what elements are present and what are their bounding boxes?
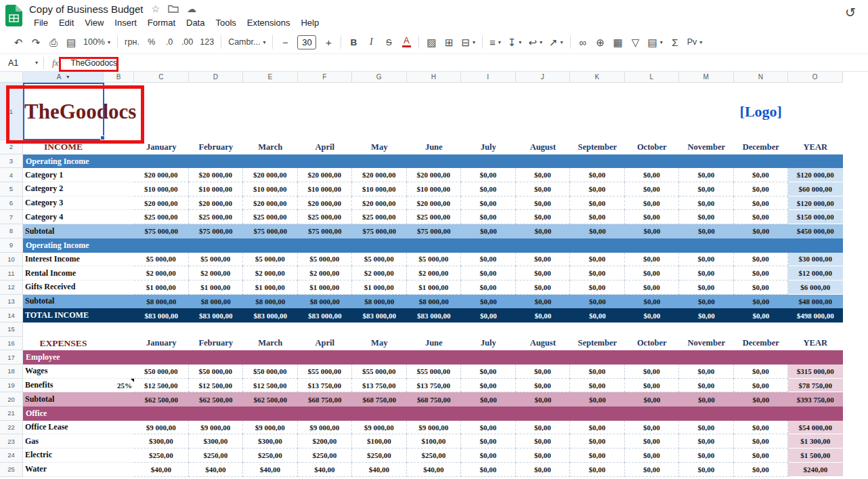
row-header-11[interactable]: 11 [0, 266, 23, 280]
cell[interactable]: $20 000,00 [352, 196, 407, 211]
cell[interactable]: $55 000,00 [298, 365, 353, 379]
italic-button[interactable]: I [363, 33, 379, 51]
cell[interactable]: $0,00 [734, 224, 789, 238]
cell[interactable]: $0,00 [570, 196, 625, 211]
cell[interactable]: $75 000,00 [407, 224, 462, 238]
cell[interactable]: $0,00 [570, 168, 625, 182]
column-header-n[interactable]: N [734, 72, 789, 83]
cell[interactable] [352, 322, 407, 337]
cell[interactable]: $0,00 [734, 253, 789, 267]
column-header-m[interactable]: M [679, 72, 734, 83]
month-header[interactable]: April [298, 140, 353, 154]
cell[interactable] [734, 322, 789, 337]
cell[interactable]: $0,00 [734, 308, 789, 322]
cell[interactable]: $62 500,00 [243, 392, 298, 407]
cell[interactable]: $9 000,00 [407, 421, 462, 435]
cell[interactable]: $20 000,00 [407, 168, 462, 182]
cell[interactable] [104, 392, 134, 407]
cell[interactable]: $0,00 [461, 421, 516, 435]
add-comment-icon[interactable]: ⊕ [592, 33, 609, 51]
cell[interactable]: $0,00 [679, 392, 734, 407]
cell[interactable]: $0,00 [625, 196, 680, 211]
row-header-14[interactable]: 14 [0, 308, 23, 322]
cell[interactable] [104, 196, 134, 211]
row-header-24[interactable]: 24 [0, 449, 23, 463]
cell[interactable]: $0,00 [625, 365, 680, 379]
cell[interactable]: $75 000,00 [243, 224, 298, 238]
cell[interactable]: $68 750,00 [298, 392, 353, 407]
cell[interactable]: $0,00 [461, 224, 516, 238]
year-cell[interactable]: $120 000,00 [788, 196, 843, 211]
cell[interactable]: $83 000,00 [352, 308, 407, 322]
cell[interactable]: $2 000,00 [352, 266, 407, 280]
cell[interactable]: $0,00 [570, 224, 625, 238]
year-cell[interactable]: $1 500,00 [788, 449, 843, 463]
cell[interactable]: $0,00 [734, 434, 789, 449]
cell[interactable]: $83 000,00 [243, 308, 298, 322]
year-cell[interactable]: $498 000,00 [788, 308, 843, 322]
cell[interactable]: $200,00 [298, 434, 353, 449]
cell[interactable]: $0,00 [625, 449, 680, 463]
cell[interactable] [104, 253, 134, 267]
cell[interactable] [788, 83, 843, 140]
year-cell[interactable]: $54 000,00 [788, 421, 843, 435]
cell[interactable]: $9 000,00 [243, 421, 298, 435]
fill-color-icon[interactable]: ▨ [423, 33, 439, 51]
cell[interactable]: $8 000,00 [243, 295, 298, 309]
row-header-6[interactable]: 6 [0, 196, 23, 211]
cell[interactable]: $10 000,00 [298, 182, 353, 196]
cell[interactable]: $62 500,00 [134, 392, 189, 407]
row-label[interactable]: Subtotal [23, 392, 104, 407]
logo-cell[interactable]: [Logo] [734, 83, 789, 140]
cell[interactable]: $10 000,00 [352, 182, 407, 196]
cell[interactable]: $0,00 [570, 210, 625, 224]
text-wrap-icon[interactable]: ↩▾ [525, 33, 545, 51]
percent-format-button[interactable]: % [144, 33, 160, 51]
cell[interactable]: $0,00 [734, 392, 789, 407]
column-header-h[interactable]: H [407, 72, 462, 83]
cell[interactable]: $5 000,00 [243, 253, 298, 267]
cell[interactable]: $83 000,00 [298, 308, 353, 322]
cell[interactable]: $10 000,00 [134, 182, 189, 196]
cell[interactable]: $0,00 [461, 210, 516, 224]
cell[interactable]: $0,00 [679, 434, 734, 449]
row-label[interactable]: Category 3 [23, 196, 104, 211]
column-header-f[interactable]: F [298, 72, 353, 83]
cell[interactable] [625, 322, 680, 337]
increase-decimal-button[interactable]: .00 [179, 33, 196, 51]
text-color-button[interactable]: A [398, 33, 414, 51]
cell[interactable]: $250,00 [298, 449, 353, 463]
cell[interactable]: $0,00 [516, 168, 571, 182]
formula-input[interactable]: TheGoodocs [68, 58, 117, 68]
cell[interactable]: $1 000,00 [407, 280, 462, 295]
cell[interactable]: $0,00 [734, 280, 789, 295]
cell[interactable] [104, 337, 134, 351]
cell[interactable]: $1 000,00 [243, 280, 298, 295]
month-header[interactable]: December [734, 140, 789, 154]
cell[interactable]: $25 000,00 [134, 210, 189, 224]
cell[interactable]: $25 000,00 [407, 210, 462, 224]
cell[interactable]: $0,00 [679, 196, 734, 211]
cell[interactable]: $20 000,00 [243, 196, 298, 211]
cell[interactable]: $0,00 [516, 463, 571, 477]
cell[interactable]: $0,00 [734, 210, 789, 224]
month-header[interactable]: February [189, 140, 244, 154]
cell[interactable]: $68 750,00 [407, 392, 462, 407]
month-header[interactable]: September [570, 337, 625, 351]
row-label[interactable]: Gifts Received [23, 280, 104, 295]
row-label[interactable]: Category 4 [23, 210, 104, 224]
cell[interactable]: $2 000,00 [298, 266, 353, 280]
cell[interactable]: $40,00 [134, 463, 189, 477]
month-header[interactable]: June [407, 337, 462, 351]
row-header-12[interactable]: 12 [0, 280, 23, 295]
pv-dropdown[interactable]: Pv▾ [685, 33, 706, 51]
row-header-2[interactable]: 2 [0, 140, 23, 154]
insert-chart-icon[interactable]: ▦ [610, 33, 626, 51]
cell[interactable]: $25 000,00 [298, 210, 353, 224]
column-dropdown-icon[interactable]: ▾ [66, 74, 69, 80]
cell[interactable]: $20 000,00 [298, 168, 353, 182]
cell[interactable]: $0,00 [734, 196, 789, 211]
year-cell[interactable]: $78 750,00 [788, 379, 843, 393]
month-header[interactable]: December [734, 337, 789, 351]
paint-format-icon[interactable]: ▤ [63, 33, 79, 51]
